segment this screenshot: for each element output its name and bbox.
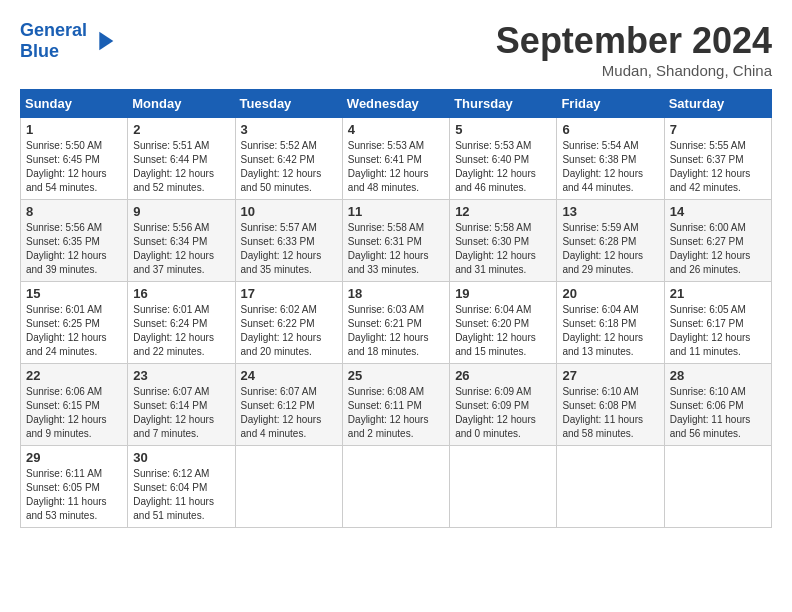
logo-icon bbox=[90, 27, 118, 55]
calendar-cell: 13Sunrise: 5:59 AM Sunset: 6:28 PM Dayli… bbox=[557, 200, 664, 282]
column-header-friday: Friday bbox=[557, 90, 664, 118]
calendar-cell: 2Sunrise: 5:51 AM Sunset: 6:44 PM Daylig… bbox=[128, 118, 235, 200]
calendar-cell: 27Sunrise: 6:10 AM Sunset: 6:08 PM Dayli… bbox=[557, 364, 664, 446]
day-detail: Sunrise: 5:57 AM Sunset: 6:33 PM Dayligh… bbox=[241, 221, 337, 277]
day-number: 6 bbox=[562, 122, 658, 137]
calendar-cell: 22Sunrise: 6:06 AM Sunset: 6:15 PM Dayli… bbox=[21, 364, 128, 446]
day-number: 29 bbox=[26, 450, 122, 465]
day-number: 21 bbox=[670, 286, 766, 301]
calendar-cell: 25Sunrise: 6:08 AM Sunset: 6:11 PM Dayli… bbox=[342, 364, 449, 446]
day-detail: Sunrise: 6:01 AM Sunset: 6:25 PM Dayligh… bbox=[26, 303, 122, 359]
calendar-cell: 18Sunrise: 6:03 AM Sunset: 6:21 PM Dayli… bbox=[342, 282, 449, 364]
column-header-sunday: Sunday bbox=[21, 90, 128, 118]
day-number: 25 bbox=[348, 368, 444, 383]
calendar-cell: 24Sunrise: 6:07 AM Sunset: 6:12 PM Dayli… bbox=[235, 364, 342, 446]
calendar-cell: 21Sunrise: 6:05 AM Sunset: 6:17 PM Dayli… bbox=[664, 282, 771, 364]
calendar-cell: 26Sunrise: 6:09 AM Sunset: 6:09 PM Dayli… bbox=[450, 364, 557, 446]
day-number: 12 bbox=[455, 204, 551, 219]
day-number: 19 bbox=[455, 286, 551, 301]
calendar-table: SundayMondayTuesdayWednesdayThursdayFrid… bbox=[20, 89, 772, 528]
day-detail: Sunrise: 6:00 AM Sunset: 6:27 PM Dayligh… bbox=[670, 221, 766, 277]
day-detail: Sunrise: 6:12 AM Sunset: 6:04 PM Dayligh… bbox=[133, 467, 229, 523]
day-detail: Sunrise: 5:52 AM Sunset: 6:42 PM Dayligh… bbox=[241, 139, 337, 195]
title-block: September 2024 Mudan, Shandong, China bbox=[496, 20, 772, 79]
day-number: 14 bbox=[670, 204, 766, 219]
day-number: 10 bbox=[241, 204, 337, 219]
day-detail: Sunrise: 6:11 AM Sunset: 6:05 PM Dayligh… bbox=[26, 467, 122, 523]
day-number: 16 bbox=[133, 286, 229, 301]
day-number: 8 bbox=[26, 204, 122, 219]
calendar-cell: 6Sunrise: 5:54 AM Sunset: 6:38 PM Daylig… bbox=[557, 118, 664, 200]
day-number: 24 bbox=[241, 368, 337, 383]
calendar-cell: 1Sunrise: 5:50 AM Sunset: 6:45 PM Daylig… bbox=[21, 118, 128, 200]
logo-text: General Blue bbox=[20, 20, 87, 62]
day-detail: Sunrise: 5:53 AM Sunset: 6:41 PM Dayligh… bbox=[348, 139, 444, 195]
calendar-cell: 15Sunrise: 6:01 AM Sunset: 6:25 PM Dayli… bbox=[21, 282, 128, 364]
day-number: 7 bbox=[670, 122, 766, 137]
calendar-cell: 12Sunrise: 5:58 AM Sunset: 6:30 PM Dayli… bbox=[450, 200, 557, 282]
day-number: 4 bbox=[348, 122, 444, 137]
calendar-cell: 14Sunrise: 6:00 AM Sunset: 6:27 PM Dayli… bbox=[664, 200, 771, 282]
calendar-cell: 10Sunrise: 5:57 AM Sunset: 6:33 PM Dayli… bbox=[235, 200, 342, 282]
month-title: September 2024 bbox=[496, 20, 772, 62]
calendar-cell: 3Sunrise: 5:52 AM Sunset: 6:42 PM Daylig… bbox=[235, 118, 342, 200]
day-detail: Sunrise: 6:07 AM Sunset: 6:12 PM Dayligh… bbox=[241, 385, 337, 441]
day-number: 22 bbox=[26, 368, 122, 383]
day-detail: Sunrise: 6:01 AM Sunset: 6:24 PM Dayligh… bbox=[133, 303, 229, 359]
day-number: 27 bbox=[562, 368, 658, 383]
day-number: 5 bbox=[455, 122, 551, 137]
calendar-cell: 17Sunrise: 6:02 AM Sunset: 6:22 PM Dayli… bbox=[235, 282, 342, 364]
calendar-cell bbox=[235, 446, 342, 528]
day-number: 9 bbox=[133, 204, 229, 219]
day-detail: Sunrise: 5:56 AM Sunset: 6:34 PM Dayligh… bbox=[133, 221, 229, 277]
logo: General Blue bbox=[20, 20, 118, 62]
day-number: 26 bbox=[455, 368, 551, 383]
column-header-tuesday: Tuesday bbox=[235, 90, 342, 118]
calendar-cell bbox=[342, 446, 449, 528]
calendar-cell: 9Sunrise: 5:56 AM Sunset: 6:34 PM Daylig… bbox=[128, 200, 235, 282]
day-number: 20 bbox=[562, 286, 658, 301]
day-detail: Sunrise: 6:06 AM Sunset: 6:15 PM Dayligh… bbox=[26, 385, 122, 441]
calendar-cell: 28Sunrise: 6:10 AM Sunset: 6:06 PM Dayli… bbox=[664, 364, 771, 446]
calendar-cell: 19Sunrise: 6:04 AM Sunset: 6:20 PM Dayli… bbox=[450, 282, 557, 364]
day-detail: Sunrise: 6:03 AM Sunset: 6:21 PM Dayligh… bbox=[348, 303, 444, 359]
day-detail: Sunrise: 5:59 AM Sunset: 6:28 PM Dayligh… bbox=[562, 221, 658, 277]
logo-blue: Blue bbox=[20, 41, 59, 61]
location: Mudan, Shandong, China bbox=[496, 62, 772, 79]
column-header-monday: Monday bbox=[128, 90, 235, 118]
page-header: General Blue September 2024 Mudan, Shand… bbox=[20, 20, 772, 79]
calendar-cell: 4Sunrise: 5:53 AM Sunset: 6:41 PM Daylig… bbox=[342, 118, 449, 200]
day-detail: Sunrise: 5:54 AM Sunset: 6:38 PM Dayligh… bbox=[562, 139, 658, 195]
column-header-saturday: Saturday bbox=[664, 90, 771, 118]
svg-marker-0 bbox=[99, 32, 113, 51]
day-detail: Sunrise: 6:04 AM Sunset: 6:18 PM Dayligh… bbox=[562, 303, 658, 359]
day-detail: Sunrise: 5:58 AM Sunset: 6:30 PM Dayligh… bbox=[455, 221, 551, 277]
day-number: 3 bbox=[241, 122, 337, 137]
calendar-cell bbox=[664, 446, 771, 528]
day-detail: Sunrise: 6:02 AM Sunset: 6:22 PM Dayligh… bbox=[241, 303, 337, 359]
day-detail: Sunrise: 6:05 AM Sunset: 6:17 PM Dayligh… bbox=[670, 303, 766, 359]
day-detail: Sunrise: 5:50 AM Sunset: 6:45 PM Dayligh… bbox=[26, 139, 122, 195]
day-detail: Sunrise: 6:10 AM Sunset: 6:06 PM Dayligh… bbox=[670, 385, 766, 441]
day-detail: Sunrise: 6:09 AM Sunset: 6:09 PM Dayligh… bbox=[455, 385, 551, 441]
calendar-cell: 29Sunrise: 6:11 AM Sunset: 6:05 PM Dayli… bbox=[21, 446, 128, 528]
day-detail: Sunrise: 5:58 AM Sunset: 6:31 PM Dayligh… bbox=[348, 221, 444, 277]
day-number: 30 bbox=[133, 450, 229, 465]
day-number: 17 bbox=[241, 286, 337, 301]
day-detail: Sunrise: 6:07 AM Sunset: 6:14 PM Dayligh… bbox=[133, 385, 229, 441]
day-detail: Sunrise: 6:08 AM Sunset: 6:11 PM Dayligh… bbox=[348, 385, 444, 441]
column-header-wednesday: Wednesday bbox=[342, 90, 449, 118]
calendar-cell: 8Sunrise: 5:56 AM Sunset: 6:35 PM Daylig… bbox=[21, 200, 128, 282]
day-number: 18 bbox=[348, 286, 444, 301]
calendar-cell: 16Sunrise: 6:01 AM Sunset: 6:24 PM Dayli… bbox=[128, 282, 235, 364]
column-header-thursday: Thursday bbox=[450, 90, 557, 118]
calendar-cell: 23Sunrise: 6:07 AM Sunset: 6:14 PM Dayli… bbox=[128, 364, 235, 446]
day-number: 11 bbox=[348, 204, 444, 219]
calendar-cell: 20Sunrise: 6:04 AM Sunset: 6:18 PM Dayli… bbox=[557, 282, 664, 364]
day-number: 15 bbox=[26, 286, 122, 301]
day-number: 28 bbox=[670, 368, 766, 383]
day-detail: Sunrise: 5:51 AM Sunset: 6:44 PM Dayligh… bbox=[133, 139, 229, 195]
day-number: 1 bbox=[26, 122, 122, 137]
day-number: 13 bbox=[562, 204, 658, 219]
calendar-cell bbox=[557, 446, 664, 528]
